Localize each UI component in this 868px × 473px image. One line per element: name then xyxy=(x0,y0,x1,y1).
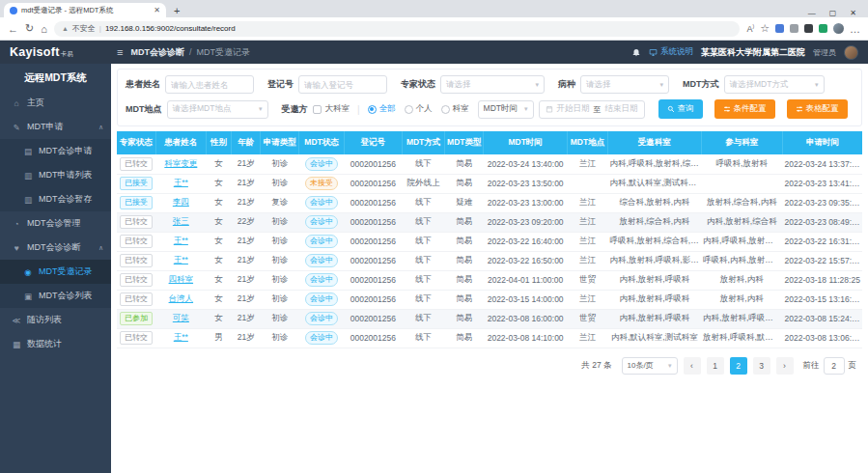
extension-icon[interactable] xyxy=(819,24,827,33)
patient-name-link[interactable]: 王** xyxy=(174,236,188,245)
apply-type-cell: 复诊 xyxy=(261,193,299,212)
extension-icon[interactable] xyxy=(790,24,798,33)
warning-icon: ▲ xyxy=(62,25,69,32)
invited-depts-cell: 内科,呼吸科,放射科,综合科 xyxy=(608,154,702,174)
mdt-mode-select[interactable]: 请选择MDT方式 ▾ xyxy=(724,75,825,94)
sidebar-item-mdt-consult-apply[interactable]: ▤MDT会诊申请 xyxy=(0,139,111,163)
sidebar-item-mdt-consult-diagnose[interactable]: ♥MDT会诊诊断∧ xyxy=(0,236,111,260)
extension-icon[interactable] xyxy=(804,24,813,33)
table-row[interactable]: 已接受李四女21岁复诊会诊中0002001256线下疑难2022-03-23 1… xyxy=(117,193,862,212)
reg-no-input[interactable] xyxy=(298,75,387,94)
sidebar: 远程MDT系统 ⌂主页✎MDT申请∧▤MDT会诊申请▥MDT申请列表▥MDT会诊… xyxy=(0,64,111,473)
invitee-radio-personal[interactable]: 个人 xyxy=(405,103,433,115)
sidebar-item-mdt-apply-list[interactable]: ▥MDT申请列表 xyxy=(0,163,111,187)
sidebar-item-statistics[interactable]: ▦数据统计 xyxy=(0,332,111,356)
next-page-button[interactable]: › xyxy=(776,357,794,375)
patient-name-input[interactable] xyxy=(165,75,254,94)
invitee-radio-all[interactable]: 全部 xyxy=(368,103,396,115)
notification-bell-icon[interactable] xyxy=(631,47,641,57)
expert-status-select[interactable]: 请选择 ▾ xyxy=(440,75,545,94)
patient-name-link[interactable]: 王** xyxy=(174,178,188,187)
table-row[interactable]: 已参加可笑女21岁初诊会诊中0002001256线下简易2022-03-08 1… xyxy=(117,309,862,328)
mdt-mode-cell: 线下 xyxy=(403,212,445,232)
table-row[interactable]: 已转交台湾人女21岁初诊会诊中0002001256线下简易2022-03-15 … xyxy=(117,290,862,309)
age-cell: 21岁 xyxy=(232,193,261,212)
search-button[interactable]: 查询 xyxy=(658,99,703,119)
invitee-radio-dept[interactable]: 科室 xyxy=(441,103,469,115)
reg-no-cell: 0002001256 xyxy=(344,328,402,348)
sidebar-item-mdt-consult-list[interactable]: ▣MDT会诊列表 xyxy=(0,284,111,308)
sidebar-item-home[interactable]: ⌂主页 xyxy=(0,91,111,115)
table-row[interactable]: 已转交四科室女21岁初诊会诊中0002001256线下简易2022-04-01 … xyxy=(117,270,862,290)
sidebar-collapse-icon[interactable]: ≡ xyxy=(117,46,123,58)
sidebar-item-mdt-apply[interactable]: ✎MDT申请∧ xyxy=(0,115,111,139)
calendar-icon xyxy=(546,105,553,113)
mdt-status-tag: 会诊中 xyxy=(305,292,338,306)
patient-name-link[interactable]: 王** xyxy=(174,255,188,264)
sidebar-item-mdt-consult-manage[interactable]: ◔MDT会诊管理 xyxy=(0,211,111,236)
window-minimize-button[interactable]: — xyxy=(808,9,816,17)
patient-name-link[interactable]: 王** xyxy=(174,332,188,342)
time-field-select[interactable]: MDT时间 ▾ xyxy=(478,100,534,119)
address-bar[interactable]: ▲ 不安全 | 192.168.0.156:9002/consultate/re… xyxy=(54,21,741,37)
mdt-place-select[interactable]: 请选择MDT地点 ▾ xyxy=(167,100,268,119)
table-config-button[interactable]: 表格配置 xyxy=(787,99,848,119)
column-header: 申请时间 xyxy=(783,131,862,154)
mdt-place-cell: 兰江 xyxy=(567,328,607,348)
page-button-1[interactable]: 1 xyxy=(707,357,724,375)
radio-icon xyxy=(441,105,450,114)
chevron-down-icon: ▾ xyxy=(815,81,819,89)
tab-close-icon[interactable]: ✕ xyxy=(154,6,160,14)
browser-tab[interactable]: mdt受邀记录 - 远程MDT系统 ✕ xyxy=(4,3,166,17)
big-dept-checkbox[interactable] xyxy=(313,105,322,114)
new-tab-button[interactable]: + xyxy=(174,4,180,17)
sidebar-item-mdt-invite-record[interactable]: ◉MDT受邀记录 xyxy=(0,260,111,284)
browser-profile-avatar[interactable] xyxy=(833,23,844,34)
table-row[interactable]: 已接受王**女21岁初诊未接受0002001256院外线上简易2022-03-2… xyxy=(117,174,862,193)
page-button-3[interactable]: 3 xyxy=(753,357,770,375)
window-close-button[interactable]: ✕ xyxy=(850,9,856,17)
goto-page-input[interactable] xyxy=(824,357,845,375)
sidebar-item-mdt-consult-draft[interactable]: ▥MDT会诊暂存 xyxy=(0,187,111,211)
age-cell: 21岁 xyxy=(232,174,261,193)
column-header: 登记号 xyxy=(344,131,402,154)
patient-name-link[interactable]: 张三 xyxy=(173,216,189,226)
extension-icon[interactable] xyxy=(775,24,784,33)
mdt-place-cell: 兰江 xyxy=(567,232,607,251)
table-row[interactable]: 已转交科室变更女21岁初诊会诊中0002001256线下简易2022-03-24… xyxy=(117,154,862,174)
radio-icon xyxy=(368,105,377,114)
browser-home-icon[interactable]: ⌂ xyxy=(41,23,47,35)
page-size-select[interactable]: 10条/页 ▾ xyxy=(622,357,678,375)
mdt-time-cell: 2022-03-08 16:00:00 xyxy=(484,309,567,328)
reg-no-cell: 0002001256 xyxy=(344,193,402,212)
window-maximize-button[interactable]: ▢ xyxy=(829,9,837,17)
user-avatar[interactable] xyxy=(844,45,858,60)
table-row[interactable]: 已转交王**女21岁初诊会诊中0002001256线下简易2022-03-22 … xyxy=(117,251,862,270)
patient-name-link[interactable]: 可笑 xyxy=(173,313,189,322)
browser-menu-icon[interactable]: … xyxy=(850,23,860,35)
sidebar-item-follow-list[interactable]: ≪随访列表 xyxy=(0,308,111,332)
favorite-star-icon[interactable]: ☆ xyxy=(760,22,770,35)
disease-select[interactable]: 请选择 ▾ xyxy=(580,75,669,94)
patient-name-link[interactable]: 李四 xyxy=(173,197,189,207)
patient-name-link[interactable]: 科室变更 xyxy=(164,158,197,168)
apply-type-cell: 初诊 xyxy=(261,154,299,174)
read-aloud-icon[interactable]: A) xyxy=(746,23,754,34)
table-row[interactable]: 已转交王**女21岁初诊会诊中0002001256线下简易2022-03-22 … xyxy=(117,232,862,251)
page-button-2[interactable]: 2 xyxy=(730,357,747,375)
mdt-status-tag: 会诊中 xyxy=(305,331,338,345)
age-cell: 21岁 xyxy=(232,232,261,251)
mdt-mode-cell: 线下 xyxy=(403,270,445,290)
app-header: Kayisoft 卡易 ≡ MDT会诊诊断 / MDT受邀记录 系统说明 某某医… xyxy=(0,41,868,64)
table-row[interactable]: 已转交张三女22岁初诊会诊中0002001256线下简易2022-03-23 0… xyxy=(117,212,862,232)
condition-config-button[interactable]: 条件配置 xyxy=(714,99,775,119)
system-help-link[interactable]: 系统说明 xyxy=(649,46,693,58)
table-row[interactable]: 已转交王**男21岁初诊会诊中0002001256线下简易2022-03-08 … xyxy=(117,328,862,348)
patient-name-link[interactable]: 台湾人 xyxy=(169,293,194,303)
back-icon[interactable]: ← xyxy=(8,23,18,35)
patient-name-link[interactable]: 四科室 xyxy=(169,274,194,284)
prev-page-button[interactable]: ‹ xyxy=(684,357,701,375)
reload-icon[interactable]: ↻ xyxy=(25,22,34,35)
invited-depts-cell: 内科,放射科,呼吸科 xyxy=(608,290,702,309)
date-range-picker[interactable]: 开始日期 至 结束日期 xyxy=(539,100,645,119)
